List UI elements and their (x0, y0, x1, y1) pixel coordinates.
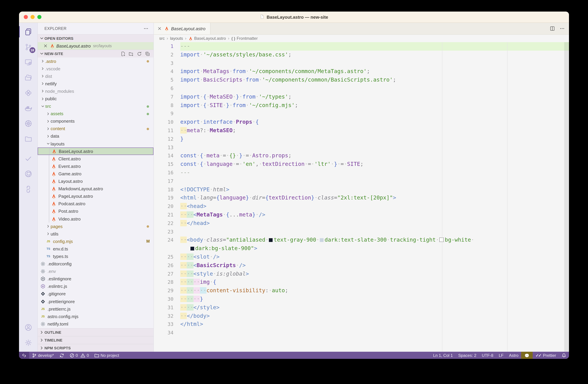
status-project[interactable]: No project (92, 352, 122, 359)
status-copilot[interactable] (521, 352, 533, 359)
status-indentation[interactable]: Spaces: 2 (456, 352, 479, 359)
tree-item-env-d-ts[interactable]: TSenv.d.ts (38, 245, 153, 253)
code-line-27[interactable]: 27····<style·is:global> (154, 270, 569, 278)
open-editor-item[interactable]: BaseLayout.astro src/layouts (38, 42, 153, 50)
close-window-button[interactable] (24, 15, 28, 19)
code-line-16[interactable]: 16--- (154, 169, 569, 177)
tree-item-post-astro[interactable]: Post.astro (38, 208, 153, 215)
editor-more-actions-icon[interactable] (560, 26, 565, 31)
code-line-21[interactable]: 21····<MetaTags·{...meta}·/> (154, 211, 569, 219)
python-icon[interactable] (19, 181, 38, 197)
tree-item-config-mjs[interactable]: JSconfig.mjsM (38, 238, 153, 245)
code-line-6[interactable]: 6 (154, 84, 569, 93)
tree-item-netlify-toml[interactable]: netlify.toml (38, 320, 153, 328)
code-line-34[interactable]: 34 (154, 329, 569, 337)
tree-item--eslintignore[interactable]: .eslintignore (38, 275, 153, 283)
code-line-18[interactable]: 18<!DOCTYPE·html> (154, 185, 569, 194)
editor-scrollbar[interactable] (564, 42, 569, 352)
split-editor-icon[interactable] (550, 26, 555, 31)
panel-header-outline[interactable]: OUTLINE (38, 328, 153, 336)
code-line-14[interactable]: 14const·{·meta·=·{}·}·=·Astro.props; (154, 152, 569, 160)
status-remote-indicator[interactable] (19, 352, 29, 359)
tree-item-assets[interactable]: assets (38, 110, 153, 117)
tree-item-podcast-astro[interactable]: Podcast.astro (38, 200, 153, 208)
status-eol[interactable]: LF (496, 352, 506, 359)
tree-item-public[interactable]: public (38, 95, 153, 102)
code-line-30[interactable]: 30······} (154, 295, 569, 303)
explorer-icon[interactable] (19, 24, 38, 39)
code-line-31[interactable]: 31····</style> (154, 303, 569, 312)
code-line-32[interactable]: 32··</body> (154, 312, 569, 320)
code-line-8[interactable]: 8import·{·SITE·}·from·'~/config.mjs'; (154, 101, 569, 110)
tree-item-pagelayout-astro[interactable]: PageLayout.astro (38, 193, 153, 200)
tree-item-markdownlayout-astro[interactable]: MarkdownLayout.astro (38, 185, 153, 193)
code-line-5[interactable]: 5import·BasicScripts·from·'~/components/… (154, 76, 569, 84)
tree-item-client-astro[interactable]: Client.astro (38, 155, 153, 162)
code-line-wrap[interactable]: dark:bg-slate-900"> (154, 244, 569, 253)
kubernetes-icon[interactable] (19, 116, 38, 131)
code-line-25[interactable]: 25····<slot·/> (154, 253, 569, 261)
tree-item-layouts[interactable]: layouts (38, 140, 153, 147)
tree-item-components[interactable]: components (38, 118, 153, 125)
source-control-icon[interactable]: 18 (19, 39, 38, 55)
zoom-window-button[interactable] (37, 15, 42, 19)
status-cursor-position[interactable]: Ln 1, Col 1 (430, 352, 456, 359)
status-sync[interactable] (57, 352, 67, 359)
code-line-22[interactable]: 22··</head> (154, 219, 569, 227)
breadcrumb-item-layouts[interactable]: layouts (170, 36, 183, 41)
code-line-28[interactable]: 28······img·{ (154, 278, 569, 287)
tree-item-baselayout-astro[interactable]: BaseLayout.astro (38, 147, 153, 155)
status-prettier[interactable]: ✓✓Prettier (533, 352, 559, 359)
tree-item-astro-config-mjs[interactable]: JSastro.config.mjs (38, 313, 153, 320)
open-editors-header[interactable]: OPEN EDITORS (38, 34, 153, 42)
tree-item--astro[interactable]: .astro (38, 57, 153, 65)
code-line-15[interactable]: 15const·{·language·=·'en',·textDirection… (154, 160, 569, 169)
new-file-icon[interactable] (121, 51, 126, 56)
breadcrumb-item-frontmatter[interactable]: { }Frontmatter (231, 36, 258, 41)
tree-item-content[interactable]: content (38, 125, 153, 133)
panel-header-timeline[interactable]: TIMELINE (38, 336, 153, 344)
tree-item-event-astro[interactable]: Event.astro (38, 163, 153, 170)
workspace-folder-icon[interactable] (19, 131, 38, 146)
tree-item-dist[interactable]: dist (38, 72, 153, 80)
explorer-more-actions-icon[interactable] (143, 26, 149, 31)
code-line-29[interactable]: 29········content-visibility:·auto; (154, 287, 569, 295)
new-folder-icon[interactable] (129, 51, 134, 56)
tree-item--editorconfig[interactable]: .editorconfig (38, 260, 153, 268)
close-editor-icon[interactable] (43, 44, 48, 48)
code-line-33[interactable]: 33</html> (154, 320, 569, 329)
code-line-4[interactable]: 4import·MetaTags·from·'~/components/comm… (154, 68, 569, 76)
minimize-window-button[interactable] (31, 15, 35, 19)
tree-item-video-astro[interactable]: Video.astro (38, 215, 153, 223)
tree-item-node-modules[interactable]: node_modules (38, 88, 153, 95)
tree-item--prettierignore[interactable]: .prettierignore (38, 298, 153, 305)
code-editor[interactable]: 1---2import·'~/assets/styles/base.css';3… (154, 42, 569, 352)
code-line-13[interactable]: 13 (154, 143, 569, 152)
code-line-26[interactable]: 26····<BasicScripts·/> (154, 261, 569, 270)
remote-explorer-icon[interactable] (19, 55, 38, 70)
tree-item-game-astro[interactable]: Game.astro (38, 170, 153, 178)
code-line-19[interactable]: 19<html·lang={language}·dir={textDirecti… (154, 194, 569, 202)
tab-baselayout[interactable]: BaseLayout.astro (154, 23, 210, 34)
status-problems[interactable]: 00 (67, 352, 92, 359)
panel-header-npm-scripts[interactable]: NPM SCRIPTS (38, 344, 153, 352)
status-encoding[interactable]: UTF-8 (479, 352, 496, 359)
tree-item-netlify[interactable]: netlify (38, 80, 153, 88)
tree-item--gitignore[interactable]: .gitignore (38, 290, 153, 298)
status-notifications[interactable] (559, 352, 569, 359)
code-line-23[interactable]: 23 (154, 227, 569, 236)
breadcrumb-item-baselayout-astro[interactable]: BaseLayout.astro (189, 36, 226, 41)
workspace-header[interactable]: NEW-SITE (38, 50, 153, 57)
code-line-10[interactable]: 10export·interface·Props·{ (154, 118, 569, 126)
docker-icon[interactable] (19, 101, 38, 116)
code-line-20[interactable]: 20··<head> (154, 202, 569, 211)
tree-item--prettierrc-js[interactable]: JS.prettierrc.js (38, 305, 153, 313)
tree-item-src[interactable]: src (38, 102, 153, 110)
breadcrumb-item-src[interactable]: src (159, 36, 165, 41)
code-line-24[interactable]: 24··<body·class="antialiased·text-gray-9… (154, 236, 569, 245)
account-icon[interactable] (19, 320, 38, 335)
code-line-1[interactable]: 1--- (154, 42, 569, 51)
code-line-3[interactable]: 3 (154, 59, 569, 68)
tree-item-types-ts[interactable]: TStypes.ts (38, 253, 153, 260)
tab-close-icon[interactable] (157, 26, 162, 31)
